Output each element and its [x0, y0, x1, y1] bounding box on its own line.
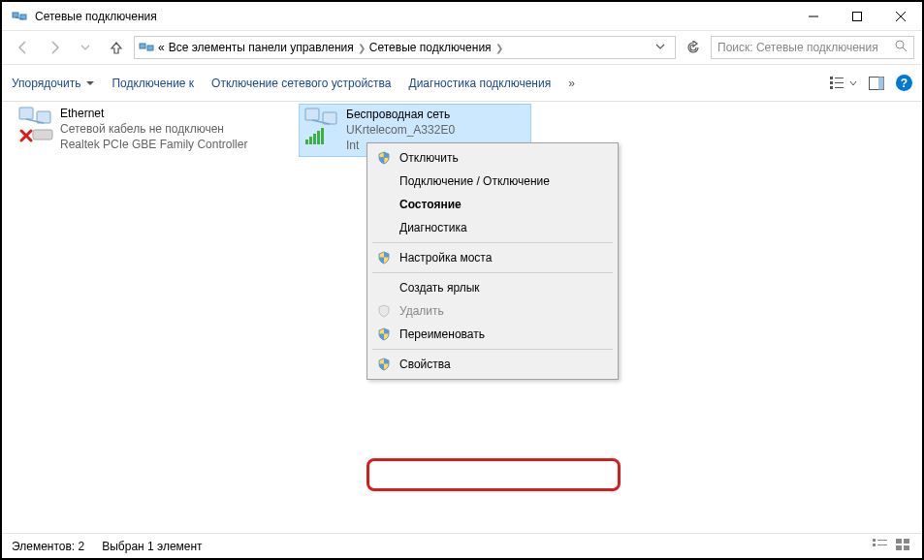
- highlight-annotation: [366, 458, 621, 491]
- shield-icon: [377, 327, 391, 341]
- help-icon[interactable]: ?: [896, 75, 912, 91]
- menu-item-bridge[interactable]: Настройка моста: [370, 246, 615, 269]
- view-large-icon[interactable]: [895, 538, 912, 554]
- chevron-right-icon: ❯: [495, 43, 503, 53]
- svg-rect-33: [877, 540, 887, 541]
- svg-rect-38: [904, 545, 909, 550]
- svg-rect-32: [873, 544, 876, 546]
- adapter-status: Сетевой кабель не подключен: [60, 121, 247, 137]
- shield-icon: [377, 304, 391, 318]
- svg-rect-11: [830, 77, 833, 79]
- svg-point-9: [896, 41, 904, 48]
- breadcrumb-prefix: «: [158, 41, 165, 54]
- menu-item-diagnose[interactable]: Диагностика: [370, 216, 615, 239]
- svg-rect-16: [835, 87, 844, 88]
- forward-button[interactable]: [41, 34, 68, 61]
- recent-dropdown[interactable]: [72, 34, 99, 61]
- window-title: Сетевые подключения: [35, 10, 157, 23]
- svg-rect-23: [305, 109, 319, 120]
- navigation-bar: « Все элементы панели управления ❯ Сетев…: [2, 31, 922, 65]
- menu-item-disable[interactable]: Отключить: [370, 146, 615, 170]
- svg-rect-15: [835, 82, 844, 83]
- svg-rect-26: [305, 140, 308, 144]
- breadcrumb-item[interactable]: Все элементы панели управления: [169, 41, 354, 54]
- svg-rect-14: [835, 78, 844, 78]
- svg-rect-0: [13, 13, 18, 17]
- breadcrumb-item[interactable]: Сетевые подключения: [369, 41, 492, 54]
- view-icons-button[interactable]: [830, 77, 857, 90]
- content-area: Ethernet Сетевой кабель не подключен Rea…: [2, 102, 922, 534]
- title-bar: Сетевые подключения: [2, 2, 922, 31]
- chevron-right-icon: ❯: [358, 43, 366, 53]
- menu-separator: [372, 349, 613, 350]
- svg-rect-29: [317, 131, 320, 144]
- shield-icon: [377, 251, 391, 264]
- connect-to-button[interactable]: Подключение к: [112, 77, 194, 90]
- adapter-name: Ethernet: [60, 106, 247, 121]
- svg-rect-19: [19, 108, 33, 119]
- breadcrumb-icon: [139, 40, 154, 55]
- menu-item-properties[interactable]: Свойства: [370, 353, 615, 376]
- menu-item-connect-disconnect[interactable]: Подключение / Отключение: [370, 170, 615, 193]
- adapter-name: Беспроводная сеть: [346, 107, 455, 122]
- view-details-icon[interactable]: [872, 538, 889, 554]
- svg-rect-7: [140, 44, 145, 48]
- back-button[interactable]: [10, 34, 37, 61]
- toolbar: Упорядочить Подключение к Отключение сет…: [2, 65, 922, 102]
- diagnose-button[interactable]: Диагностика подключения: [409, 77, 552, 90]
- menu-separator: [372, 272, 613, 273]
- menu-item-rename[interactable]: Переименовать: [370, 323, 615, 346]
- svg-rect-22: [33, 130, 52, 140]
- shield-icon: [377, 358, 391, 371]
- search-placeholder: Поиск: Сетевые подключения: [717, 41, 878, 54]
- refresh-button[interactable]: [680, 36, 707, 59]
- close-button[interactable]: [878, 2, 922, 31]
- preview-pane-button[interactable]: [869, 77, 884, 90]
- svg-rect-35: [896, 539, 902, 544]
- status-elements-count: Элементов: 2: [12, 540, 84, 553]
- menu-item-status[interactable]: Состояние: [370, 193, 615, 216]
- status-selected-count: Выбран 1 элемент: [102, 540, 202, 553]
- svg-rect-31: [873, 539, 876, 542]
- menu-separator: [372, 242, 613, 243]
- svg-rect-34: [877, 544, 887, 545]
- adapter-device: Realtek PCIe GBE Family Controller: [60, 137, 247, 152]
- svg-rect-36: [904, 539, 909, 544]
- menu-item-shortcut[interactable]: Создать ярлык: [370, 276, 615, 299]
- svg-rect-12: [830, 81, 833, 84]
- disable-device-button[interactable]: Отключение сетевого устройства: [211, 77, 391, 90]
- svg-rect-37: [896, 545, 902, 550]
- up-button[interactable]: [103, 34, 130, 61]
- context-menu: Отключить Подключение / Отключение Состо…: [366, 142, 619, 380]
- breadcrumb-dropdown[interactable]: [650, 41, 671, 54]
- minimize-button[interactable]: [791, 2, 835, 31]
- svg-rect-27: [309, 137, 312, 144]
- shield-icon: [377, 151, 391, 165]
- network-adapter-icon: [302, 107, 340, 147]
- svg-line-10: [903, 47, 907, 51]
- search-input[interactable]: Поиск: Сетевые подключения: [711, 36, 914, 59]
- breadcrumb[interactable]: « Все элементы панели управления ❯ Сетев…: [134, 36, 676, 59]
- svg-rect-18: [878, 77, 884, 89]
- organize-menu[interactable]: Упорядочить: [12, 77, 94, 90]
- more-button[interactable]: »: [568, 77, 575, 90]
- svg-rect-13: [830, 86, 833, 89]
- network-adapter-icon: [16, 106, 54, 146]
- svg-rect-28: [313, 134, 316, 144]
- adapter-ethernet[interactable]: Ethernet Сетевой кабель не подключен Rea…: [14, 104, 285, 155]
- search-icon: [895, 40, 908, 55]
- maximize-button[interactable]: [835, 2, 878, 31]
- svg-rect-4: [852, 12, 861, 20]
- menu-item-delete: Удалить: [370, 299, 615, 323]
- svg-rect-30: [321, 128, 324, 144]
- status-bar: Элементов: 2 Выбран 1 элемент: [2, 533, 922, 558]
- adapter-network: UKrtelecom_A332E0: [346, 122, 455, 138]
- window-icon: [12, 9, 27, 24]
- svg-rect-8: [147, 46, 153, 50]
